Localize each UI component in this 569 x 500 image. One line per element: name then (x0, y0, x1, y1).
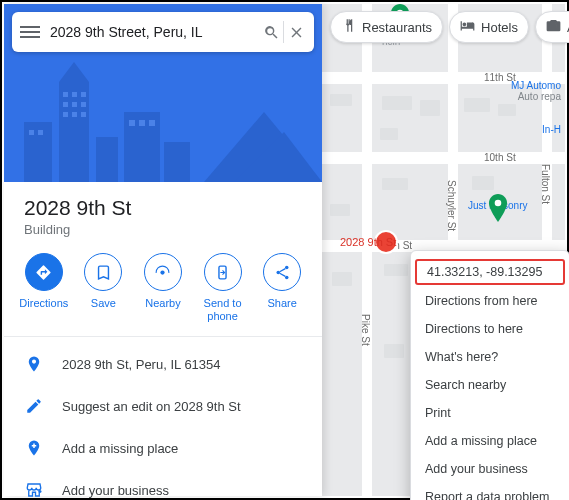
action-label: Directions (19, 297, 68, 310)
svg-rect-13 (63, 102, 68, 107)
svg-rect-7 (164, 142, 190, 182)
ctx-item-add-missing[interactable]: Add a missing place (411, 427, 569, 455)
action-label: Save (91, 297, 116, 310)
info-text: 2028 9th St, Peru, IL 61354 (62, 357, 221, 372)
action-label: Share (267, 297, 296, 310)
svg-rect-11 (72, 92, 77, 97)
svg-point-0 (495, 200, 502, 207)
place-subtitle: Building (24, 222, 302, 237)
action-nearby[interactable]: Nearby (137, 253, 189, 322)
svg-rect-16 (63, 112, 68, 117)
bookmark-icon (84, 253, 122, 291)
poi-mj: MJ Automo (511, 80, 561, 91)
chip-restaurants[interactable]: Restaurants (330, 11, 443, 43)
nearby-icon (144, 253, 182, 291)
poi-inh: In-H (542, 124, 561, 135)
svg-rect-22 (29, 130, 34, 135)
info-add-missing[interactable]: Add a missing place (4, 427, 322, 469)
road-label-schuyler: Schuyler St (446, 180, 457, 231)
action-directions[interactable]: Directions (18, 253, 70, 322)
info-text: Add a missing place (62, 441, 178, 456)
add-location-icon (24, 438, 44, 458)
road-label-pike: Pike St (360, 314, 371, 346)
svg-point-24 (161, 270, 165, 274)
ctx-item-print[interactable]: Print (411, 399, 569, 427)
chip-attractions[interactable]: Attractions (535, 11, 569, 43)
poi-pin-icon (488, 194, 508, 222)
road-label-10th: 10th St (484, 152, 516, 163)
search-bar (12, 12, 314, 52)
clear-button[interactable] (284, 20, 308, 44)
location-pin-icon (24, 354, 44, 374)
chip-hotels[interactable]: Hotels (449, 11, 529, 43)
ctx-item-directions-from[interactable]: Directions from here (411, 287, 569, 315)
svg-rect-19 (129, 120, 135, 126)
chip-label: Hotels (481, 20, 518, 35)
menu-button[interactable] (18, 20, 42, 44)
poi-mj-sub: Auto repa (518, 91, 561, 102)
camera-icon (546, 18, 561, 36)
info-text: Suggest an edit on 2028 9th St (62, 399, 241, 414)
svg-point-28 (285, 275, 289, 279)
ctx-item-whats-here[interactable]: What's here? (411, 343, 569, 371)
svg-rect-14 (72, 102, 77, 107)
info-add-business[interactable]: Add your business (4, 469, 322, 500)
context-menu: 41.33213, -89.13295 Directions from here… (410, 250, 569, 500)
svg-rect-15 (81, 102, 86, 107)
fork-knife-icon (341, 18, 356, 36)
svg-rect-17 (72, 112, 77, 117)
action-label: Send to phone (204, 297, 242, 322)
svg-point-26 (285, 265, 289, 269)
ctx-item-report[interactable]: Report a data problem (411, 483, 569, 500)
search-button[interactable] (259, 20, 283, 44)
chip-label: Restaurants (362, 20, 432, 35)
ctx-item-add-business[interactable]: Add your business (411, 455, 569, 483)
svg-rect-21 (149, 120, 155, 126)
info-address[interactable]: 2028 9th St, Peru, IL 61354 (4, 343, 322, 385)
svg-rect-10 (63, 92, 68, 97)
bed-icon (460, 18, 475, 36)
share-icon (263, 253, 301, 291)
ctx-item-search-nearby[interactable]: Search nearby (411, 371, 569, 399)
side-panel: 2028 9th St Building Directions Save Nea… (4, 4, 322, 496)
phone-icon (204, 253, 242, 291)
road-label-fulton: Fulton St (540, 164, 551, 204)
svg-rect-12 (81, 92, 86, 97)
info-text: Add your business (62, 483, 169, 498)
ctx-item-directions-to[interactable]: Directions to here (411, 315, 569, 343)
place-hero (4, 4, 322, 182)
svg-rect-23 (38, 130, 43, 135)
svg-rect-18 (81, 112, 86, 117)
action-label: Nearby (145, 297, 180, 310)
action-save[interactable]: Save (77, 253, 129, 322)
svg-rect-20 (139, 120, 145, 126)
info-suggest-edit[interactable]: Suggest an edit on 2028 9th St (4, 385, 322, 427)
svg-rect-5 (96, 137, 118, 182)
storefront-icon (24, 480, 44, 500)
ctx-item-coords[interactable]: 41.33213, -89.13295 (415, 259, 565, 285)
pencil-icon (24, 396, 44, 416)
svg-marker-4 (59, 62, 89, 82)
search-input[interactable] (42, 24, 259, 40)
directions-icon (25, 253, 63, 291)
action-send-to-phone[interactable]: Send to phone (197, 253, 249, 322)
place-title: 2028 9th St (24, 196, 302, 220)
action-share[interactable]: Share (256, 253, 308, 322)
